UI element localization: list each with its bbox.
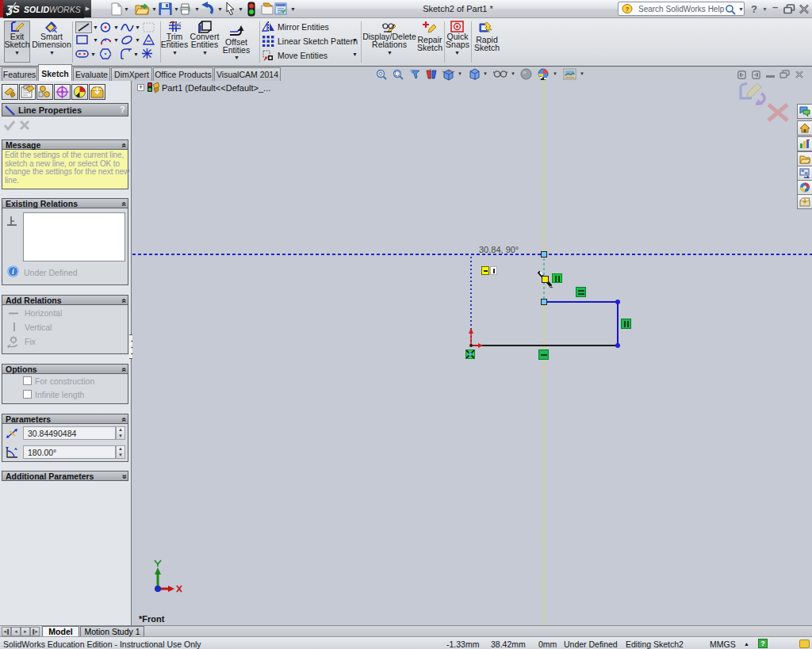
- svg-text:WORKS: WORKS: [49, 5, 81, 14]
- svg-text:SOLID: SOLID: [24, 5, 50, 14]
- svg-text:i: i: [12, 267, 14, 276]
- svg-text:?: ?: [626, 6, 630, 13]
- svg-text:ƷS: ƷS: [6, 3, 20, 15]
